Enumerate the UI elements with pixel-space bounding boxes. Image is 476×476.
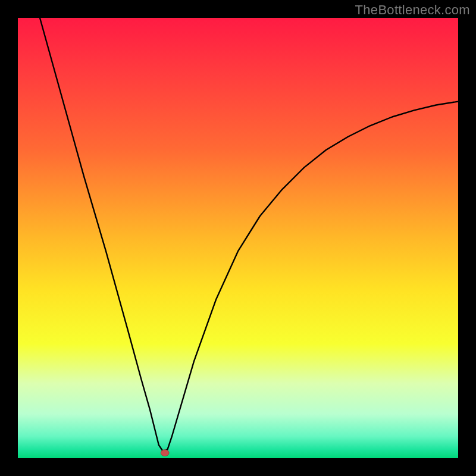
plot-background [18,18,458,458]
bottleneck-chart [0,0,476,476]
chart-frame: TheBottleneck.com [0,0,476,476]
optimal-point-marker [161,450,169,456]
